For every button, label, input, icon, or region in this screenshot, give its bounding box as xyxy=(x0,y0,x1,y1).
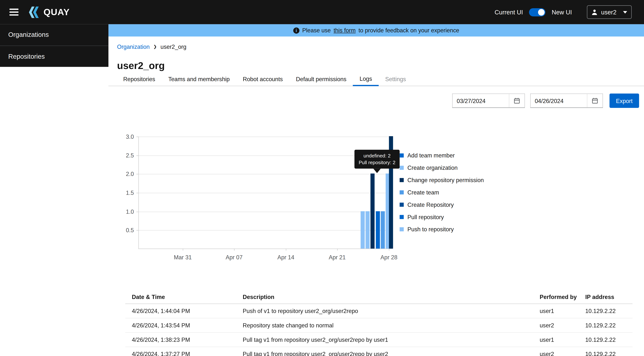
column-header-ip-address: IP address xyxy=(579,290,632,304)
chart-gridline xyxy=(139,193,393,193)
x-axis-tick-label: Mar 31 xyxy=(166,254,200,260)
tab-robot-accounts[interactable]: Robot accounts xyxy=(236,72,290,86)
tab-repositories[interactable]: Repositories xyxy=(117,72,162,86)
export-button[interactable]: Export xyxy=(610,93,639,108)
legend-swatch-icon xyxy=(400,227,404,231)
y-axis-tick-label: 1.0 xyxy=(116,208,134,215)
x-axis-tick-label: Apr 07 xyxy=(218,254,251,260)
masthead: QUAY Current UI New UI user2 xyxy=(0,0,644,24)
table-cell: 10.129.2.22 xyxy=(579,347,632,356)
start-date-picker xyxy=(452,93,525,108)
screen: QUAY Current UI New UI user2 xyxy=(0,0,644,356)
table-cell: 4/26/2024, 1:44:04 PM xyxy=(125,304,236,318)
table-cell: Pull tag v1 from repository user2_org/us… xyxy=(236,347,533,356)
legend-swatch-icon xyxy=(400,166,404,170)
table-cell: 10.129.2.22 xyxy=(579,333,632,347)
tab-settings[interactable]: Settings xyxy=(378,72,412,86)
column-header-description: Description xyxy=(236,290,533,304)
table-row: 4/26/2024, 1:43:54 PMRepository state ch… xyxy=(125,318,632,333)
y-axis-tick-label: 2.5 xyxy=(116,152,134,159)
x-axis-tick-label: Apr 28 xyxy=(372,254,406,260)
legend-label: Add team member xyxy=(407,152,455,159)
tooltip-line: Pull repository: 2 xyxy=(359,159,396,166)
breadcrumb: Organization❯user2_org xyxy=(117,44,186,50)
user-menu-label: user2 xyxy=(601,8,616,15)
legend-swatch-icon xyxy=(400,190,404,194)
legend-label: Create Repository xyxy=(407,201,454,208)
current-ui-label: Current UI xyxy=(494,8,523,15)
legend-item-add-team-member: Add team member xyxy=(400,149,484,162)
legend-item-create-repository: Create Repository xyxy=(400,198,484,211)
logs-table-body: 4/26/2024, 1:44:04 PMPush of v1 to repos… xyxy=(125,304,632,356)
legend-item-push-to-repository: Push to repository xyxy=(400,223,484,235)
chart-bar[interactable] xyxy=(366,211,370,249)
tab-teams-and-membership[interactable]: Teams and membership xyxy=(162,72,236,86)
y-axis-tick xyxy=(136,174,139,174)
chart-bar[interactable] xyxy=(360,211,365,249)
x-axis-tick xyxy=(337,248,338,251)
table-header-row: Date & TimeDescriptionPerformed byIP add… xyxy=(125,290,632,304)
quay-app: QUAY Current UI New UI user2 xyxy=(0,0,644,356)
end-date-calendar-icon[interactable] xyxy=(587,94,602,107)
y-axis-tick xyxy=(136,212,139,212)
chart-bar[interactable] xyxy=(376,211,380,249)
legend-label: Create organization xyxy=(407,165,458,171)
table-cell: 4/26/2024, 1:38:23 PM xyxy=(125,333,236,347)
table-cell: user1 xyxy=(533,333,579,347)
table-row: 4/26/2024, 1:44:04 PMPush of v1 to repos… xyxy=(125,304,632,318)
table-cell: user1 xyxy=(533,304,579,318)
brand[interactable]: QUAY xyxy=(28,6,70,18)
breadcrumb-separator-icon: ❯ xyxy=(153,45,157,49)
chart-gridline xyxy=(139,174,393,174)
x-axis-tick xyxy=(389,248,390,251)
table-cell: Pull tag v1 from repository user2_org/us… xyxy=(236,333,533,347)
user-menu-button[interactable]: user2 xyxy=(587,5,632,19)
start-date-calendar-icon[interactable] xyxy=(509,94,524,107)
brand-title: QUAY xyxy=(44,7,70,17)
y-axis-tick xyxy=(136,193,139,193)
legend-item-pull-repository: Pull repository xyxy=(400,211,484,223)
tab-default-permissions[interactable]: Default permissions xyxy=(290,72,353,86)
x-axis-tick-label: Apr 14 xyxy=(270,254,302,260)
legend-label: Create team xyxy=(407,189,439,195)
legend-item-create-organization: Create organization xyxy=(400,162,484,174)
chevron-down-icon xyxy=(623,11,627,13)
y-axis-tick xyxy=(136,230,139,230)
end-date-picker xyxy=(530,93,603,108)
user-icon xyxy=(592,9,598,15)
ui-version-toggle[interactable] xyxy=(529,8,546,16)
tab-logs[interactable]: Logs xyxy=(353,72,379,86)
start-date-input[interactable] xyxy=(453,94,509,107)
legend-swatch-icon xyxy=(400,215,404,219)
legend-swatch-icon xyxy=(400,154,404,158)
sidebar-item-repositories[interactable]: Repositories xyxy=(0,46,108,67)
hamburger-menu-icon[interactable] xyxy=(8,7,20,17)
table-cell: Push of v1 to repository user2_org/user2… xyxy=(236,304,533,318)
chart-gridline xyxy=(139,230,393,230)
end-date-input[interactable] xyxy=(530,94,587,107)
y-axis-tick-label: 0.5 xyxy=(116,227,134,233)
tooltip-line: undefined: 2 xyxy=(364,153,391,159)
table-cell: 10.129.2.22 xyxy=(579,304,632,318)
y-axis-tick-label: 3.0 xyxy=(116,133,134,140)
legend-label: Change repository permission xyxy=(407,177,484,183)
logs-table: Date & TimeDescriptionPerformed byIP add… xyxy=(125,290,632,356)
legend-label: Push to repository xyxy=(407,226,454,233)
y-axis-tick xyxy=(136,137,139,137)
new-ui-label: New UI xyxy=(552,8,572,15)
column-header-date-time: Date & Time xyxy=(125,290,236,304)
breadcrumb-item-user2_org: user2_org xyxy=(160,44,186,50)
breadcrumb-item-organization[interactable]: Organization xyxy=(117,44,150,50)
chart-bar[interactable] xyxy=(370,174,374,248)
column-header-performed-by: Performed by xyxy=(533,290,579,304)
chart-gridline xyxy=(139,212,393,212)
table-cell: Repository state changed to normal xyxy=(236,318,533,333)
legend-item-change-repository-permission: Change repository permission xyxy=(400,174,484,186)
table-cell: user2 xyxy=(533,318,579,333)
x-axis-tick xyxy=(286,248,286,251)
chart-bar[interactable] xyxy=(381,211,385,249)
table-cell: 4/26/2024, 1:37:27 PM xyxy=(125,347,236,356)
legend-swatch-icon xyxy=(400,203,404,207)
sidebar-item-organizations[interactable]: Organizations xyxy=(0,24,108,45)
toggle-knob xyxy=(538,9,545,15)
